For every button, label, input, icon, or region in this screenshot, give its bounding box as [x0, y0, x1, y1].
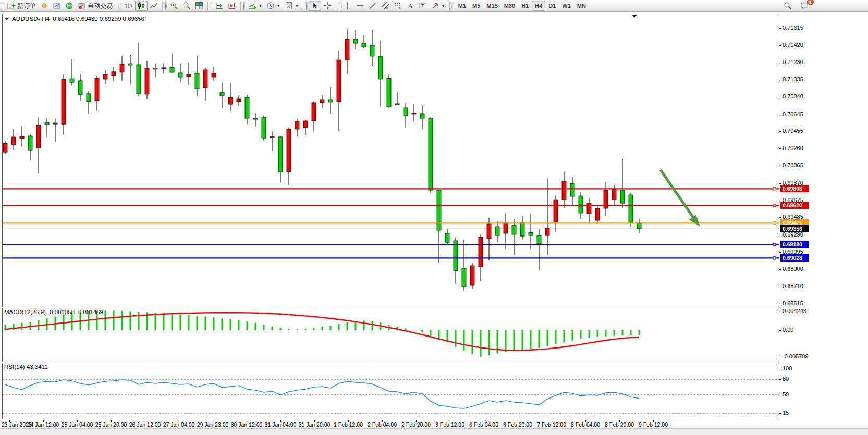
time-label: 24 Jan 12:00	[28, 421, 59, 428]
toolbar-drag-handle[interactable]	[211, 2, 212, 10]
crosshair-button[interactable]	[321, 1, 334, 11]
axis-tick	[779, 304, 781, 304]
axis-tick-label: 0.71035	[783, 76, 803, 82]
toolbar-drag-handle[interactable]	[3, 2, 4, 10]
toolbar-drag-handle[interactable]	[120, 2, 121, 10]
toolbar: 新订单自动交易▼▼▼EFAT▼M1M5M15M30H1H4D1W1MN 1	[0, 0, 868, 12]
zoom-in-icon	[170, 2, 178, 10]
horizontal-lines-layer	[3, 188, 779, 259]
price-level-badge: 0.69028	[780, 254, 809, 262]
chevron-down-icon: ▼	[259, 4, 262, 8]
axis-tick	[779, 28, 781, 29]
toolbar-drag-handle[interactable]	[339, 2, 340, 10]
toolbar-drag-handle[interactable]	[165, 2, 167, 10]
periods-button[interactable]: ▼	[264, 1, 283, 11]
axis-tick-label: 0.68710	[783, 283, 803, 289]
candlestick-chart-icon	[137, 2, 145, 10]
axis-tick-label: 0.70455	[783, 128, 803, 134]
symbol-line: AUDUSD-,H4 0.69416 0.69430 0.69299 0.693…	[5, 16, 144, 22]
autotrading-button[interactable]: 自动交易	[76, 1, 115, 11]
text-button[interactable]: A	[404, 1, 417, 11]
timeframe-m30[interactable]: M30	[501, 1, 518, 11]
timeframe-m5[interactable]: M5	[469, 1, 483, 11]
axis-tick-label: 0.68900	[783, 266, 803, 272]
arrows-icon	[431, 2, 439, 10]
fibonacci-button[interactable]: F	[392, 1, 404, 11]
trendline-button[interactable]	[366, 1, 379, 11]
chevron-down-icon: ▼	[442, 4, 445, 8]
channel-button[interactable]: E	[379, 1, 392, 11]
toolbar-drag-handle[interactable]	[306, 2, 308, 10]
indicators-button[interactable]: ▼	[246, 1, 264, 11]
chart-menu-marker-icon[interactable]	[632, 15, 637, 18]
timeframe-w1[interactable]: W1	[559, 1, 574, 11]
time-label: 31 Jan 20:00	[299, 421, 331, 428]
axis-tick	[779, 369, 781, 369]
timeframe-d1[interactable]: D1	[545, 1, 559, 11]
toolbar-separator	[336, 2, 336, 10]
auto-scroll-button[interactable]	[213, 1, 226, 11]
time-label: 7 Feb 12:00	[537, 421, 566, 428]
time-label: 26 Jan 12:00	[129, 421, 161, 428]
price-axis[interactable]: 0.716150.714200.712300.710350.708400.706…	[779, 12, 868, 428]
macd-header: MACD(12,26,9) -0.001058 -0.001469	[4, 309, 103, 315]
axis-tick	[779, 235, 781, 235]
time-label: 8 Feb 04:00	[571, 421, 600, 428]
navigator-icon	[53, 2, 61, 10]
axis-tick	[779, 217, 781, 218]
timeframe-m15[interactable]: M15	[483, 1, 500, 11]
bar-chart-icon	[125, 2, 133, 10]
toolbar-drag-handle[interactable]	[453, 2, 454, 10]
horizontal-line-icon	[356, 2, 364, 10]
axis-tick	[779, 183, 781, 184]
navigator-button[interactable]	[51, 1, 63, 11]
vertical-line-button[interactable]	[341, 1, 354, 11]
rsi-chart[interactable]	[3, 363, 779, 419]
market-watch-button[interactable]	[38, 1, 51, 11]
chart-shift-button[interactable]	[226, 1, 238, 11]
new-order-button[interactable]: 新订单	[5, 1, 38, 11]
search-button[interactable]	[781, 1, 794, 11]
candlestick-chart-button[interactable]	[135, 1, 148, 11]
arrows-button[interactable]: ▼	[429, 1, 447, 11]
templates-button[interactable]: ▼	[283, 1, 301, 11]
time-label: 25 Jan 04:00	[62, 421, 93, 428]
symbol-dropdown-icon[interactable]	[5, 18, 9, 20]
pane-splitter-rsi[interactable]	[0, 362, 779, 363]
notifications-button[interactable]: 1	[798, 1, 811, 11]
axis-tick	[779, 379, 781, 380]
chevron-down-icon: ▼	[277, 4, 280, 8]
toolbar-drag-handle[interactable]	[243, 2, 245, 10]
signals-button[interactable]	[63, 1, 76, 11]
rsi-header: RSI(14) 43.3411	[4, 364, 48, 370]
pane-splitter-macd[interactable]	[0, 307, 779, 308]
axis-tick-label: 0.004243	[783, 308, 806, 314]
axis-tick	[779, 395, 781, 395]
cursor-button[interactable]	[309, 1, 321, 11]
timeframe-h4[interactable]: H4	[532, 1, 545, 11]
zoom-out-button[interactable]	[180, 1, 193, 11]
macd-chart[interactable]	[3, 308, 779, 362]
tile-windows-button[interactable]	[193, 1, 205, 11]
axis-tick-label: 0.71615	[783, 24, 803, 31]
price-chart[interactable]	[3, 14, 779, 307]
price-level-badge: 0.69620	[780, 202, 809, 209]
axis-tick-label: 0.71230	[783, 59, 803, 65]
timeframe-mn[interactable]: MN	[574, 1, 589, 11]
line-chart-button[interactable]	[148, 1, 160, 11]
autotrading-button-label: 自动交易	[88, 2, 113, 10]
time-axis[interactable]: 23 Jan 202324 Jan 12:0025 Jan 04:0025 Ja…	[0, 420, 779, 428]
time-label: 2 Feb 20:00	[401, 421, 431, 428]
zoom-in-button[interactable]	[168, 1, 180, 11]
chart-window: AUDUSD-,H4 0.69416 0.69430 0.69299 0.693…	[0, 12, 868, 435]
trendline-icon	[369, 2, 377, 10]
notification-badge: 1	[807, 0, 814, 5]
label-button[interactable]: T	[417, 1, 429, 11]
bar-chart-button[interactable]	[123, 1, 135, 11]
svg-text:T: T	[421, 3, 424, 8]
timeframe-m1[interactable]: M1	[455, 1, 469, 11]
horizontal-line-button[interactable]	[354, 1, 366, 11]
time-label: 8 Feb 20:00	[605, 421, 634, 428]
rsi-line	[5, 380, 639, 408]
timeframe-h1[interactable]: H1	[518, 1, 532, 11]
